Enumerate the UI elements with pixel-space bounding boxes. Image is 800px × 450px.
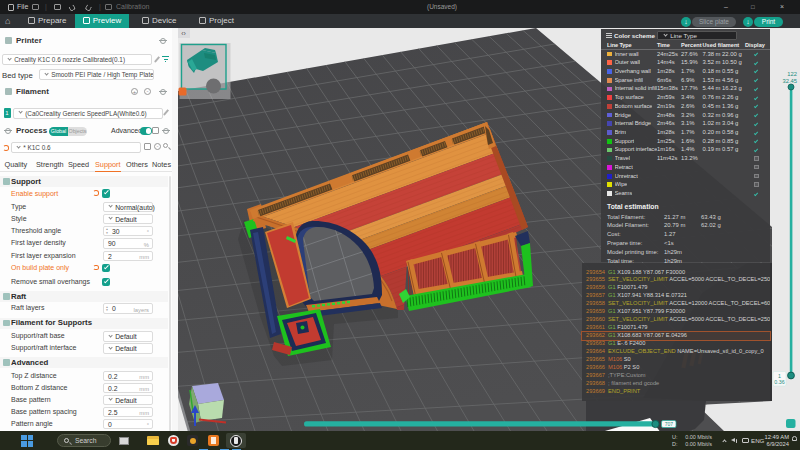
svg-text:122: 122 <box>787 71 797 77</box>
svg-text:32.45: 32.45 <box>782 78 797 84</box>
svg-text:1: 1 <box>778 373 781 379</box>
svg-text:‹›: ‹› <box>181 30 186 37</box>
svg-text:707: 707 <box>665 421 674 427</box>
svg-text:0.36: 0.36 <box>774 379 784 385</box>
